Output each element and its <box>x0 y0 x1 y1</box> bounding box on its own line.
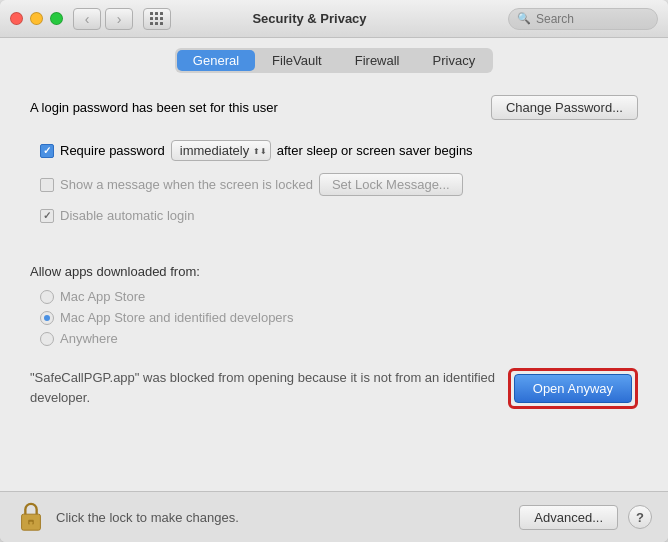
radio-appstore-label: Mac App Store <box>60 289 145 304</box>
advanced-button[interactable]: Advanced... <box>519 505 618 530</box>
tabs-bar: General FileVault Firewall Privacy <box>0 38 668 79</box>
password-timing-dropdown[interactable]: immediately <box>171 140 271 161</box>
require-password-label: Require password <box>60 143 165 158</box>
window-title: Security & Privacy <box>111 11 508 26</box>
open-anyway-button[interactable]: Open Anyway <box>514 374 632 403</box>
show-message-label: Show a message when the screen is locked <box>60 177 313 192</box>
disable-autologin-label: Disable automatic login <box>60 208 194 223</box>
blocked-text: "SafeCallPGP.app" was blocked from openi… <box>30 368 498 407</box>
radio-row-identified: Mac App Store and identified developers <box>40 310 638 325</box>
radio-row-appstore: Mac App Store <box>40 289 638 304</box>
tab-firewall[interactable]: Firewall <box>339 50 416 71</box>
radio-appstore[interactable] <box>40 290 54 304</box>
require-password-suffix: after sleep or screen saver begins <box>277 143 473 158</box>
lock-icon[interactable] <box>16 500 46 534</box>
login-password-text: A login password has been set for this u… <box>30 100 278 115</box>
search-box[interactable]: 🔍 <box>508 8 658 30</box>
require-password-checkbox[interactable] <box>40 144 54 158</box>
set-lock-message-button[interactable]: Set Lock Message... <box>319 173 463 196</box>
maximize-button[interactable] <box>50 12 63 25</box>
window: ‹ › Security & Privacy 🔍 General FileVau… <box>0 0 668 542</box>
radio-identified-label: Mac App Store and identified developers <box>60 310 293 325</box>
allow-apps-section: Allow apps downloaded from: Mac App Stor… <box>30 264 638 346</box>
back-button[interactable]: ‹ <box>73 8 101 30</box>
minimize-button[interactable] <box>30 12 43 25</box>
show-message-checkbox[interactable] <box>40 178 54 192</box>
divider <box>30 243 638 244</box>
show-message-row: Show a message when the screen is locked… <box>40 173 638 196</box>
password-timing-dropdown-wrap: immediately <box>171 140 271 161</box>
change-password-button[interactable]: Change Password... <box>491 95 638 120</box>
tab-filevault[interactable]: FileVault <box>256 50 338 71</box>
login-password-row: A login password has been set for this u… <box>30 95 638 120</box>
window-controls <box>10 12 63 25</box>
close-button[interactable] <box>10 12 23 25</box>
tab-privacy[interactable]: Privacy <box>417 50 492 71</box>
radio-group: Mac App Store Mac App Store and identifi… <box>40 289 638 346</box>
disable-autologin-checkbox[interactable] <box>40 209 54 223</box>
radio-row-anywhere: Anywhere <box>40 331 638 346</box>
lock-svg <box>18 501 44 533</box>
content-area: A login password has been set for this u… <box>0 79 668 491</box>
require-password-row: Require password immediately after sleep… <box>40 140 638 161</box>
open-anyway-wrapper: Open Anyway <box>508 368 638 409</box>
click-lock-text: Click the lock to make changes. <box>56 510 509 525</box>
allow-apps-label: Allow apps downloaded from: <box>30 264 638 279</box>
search-input[interactable] <box>536 12 649 26</box>
radio-anywhere-label: Anywhere <box>60 331 118 346</box>
disable-autologin-row: Disable automatic login <box>40 208 638 223</box>
bottom-bar: Click the lock to make changes. Advanced… <box>0 491 668 542</box>
titlebar: ‹ › Security & Privacy 🔍 <box>0 0 668 38</box>
tab-general[interactable]: General <box>177 50 255 71</box>
blocked-section: "SafeCallPGP.app" was blocked from openi… <box>30 368 638 409</box>
radio-identified[interactable] <box>40 311 54 325</box>
radio-anywhere[interactable] <box>40 332 54 346</box>
help-button[interactable]: ? <box>628 505 652 529</box>
search-icon: 🔍 <box>517 12 531 25</box>
svg-rect-2 <box>30 522 33 526</box>
tabs-container: General FileVault Firewall Privacy <box>175 48 493 73</box>
